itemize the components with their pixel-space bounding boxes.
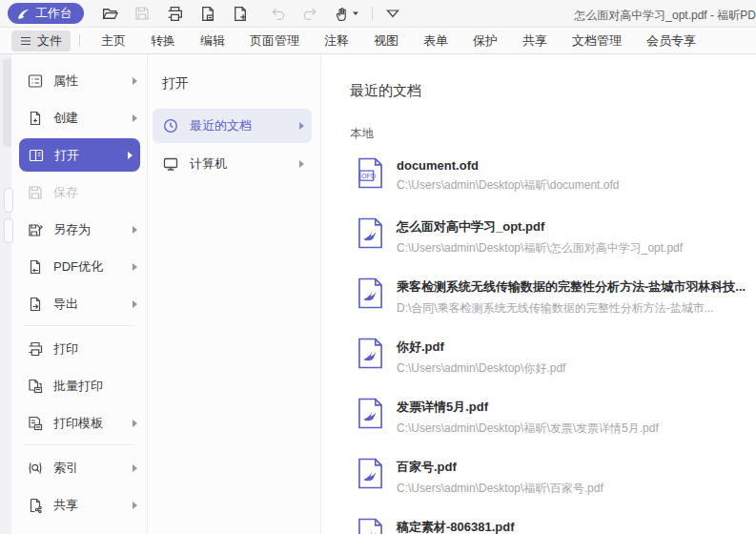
menu-item-label: 导出 bbox=[53, 296, 133, 313]
save-as-icon bbox=[27, 221, 44, 238]
submenu-arrow-icon bbox=[133, 464, 137, 472]
open-submenu-panel: 打开 最近的文档 计算机 bbox=[148, 54, 321, 534]
tab-file[interactable]: 文件 bbox=[11, 31, 71, 51]
save-icon[interactable] bbox=[130, 2, 154, 25]
submenu-arrow-icon bbox=[299, 160, 304, 168]
open-item-recent-documents[interactable]: 最近的文档 bbox=[153, 109, 312, 143]
menu-item-create[interactable]: 创建 bbox=[11, 99, 147, 136]
ofd-file-icon: OFD bbox=[358, 157, 383, 189]
menu-item-label: 打印 bbox=[53, 340, 137, 358]
create-icon bbox=[27, 110, 44, 127]
properties-icon bbox=[27, 72, 44, 90]
menu-item-batch-print[interactable]: 批量打印 bbox=[11, 367, 147, 404]
menu-item-index[interactable]: 索引 bbox=[11, 449, 147, 486]
submenu-arrow-icon bbox=[133, 77, 137, 85]
tab-comment[interactable]: 注释 bbox=[312, 32, 361, 50]
tab-convert[interactable]: 转换 bbox=[138, 32, 188, 50]
clock-icon bbox=[162, 117, 179, 134]
open-item-computer[interactable]: 计算机 bbox=[153, 147, 312, 181]
file-path: C:\Users\admin\Desktop\你好.pdf bbox=[397, 360, 565, 377]
recent-file-row[interactable]: 百家号.pdf C:\Users\admin\Desktop\福昕\百家号.pd… bbox=[350, 457, 756, 517]
menu-item-label: 创建 bbox=[53, 110, 133, 127]
title-bar: 工作台 怎么面对高中学习_opt.pdf - 福 bbox=[0, 0, 756, 28]
file-path: D:\合同\乘客检测系统无线传输数据的完整性分析方法-盐城市... bbox=[397, 300, 746, 317]
submenu-arrow-icon bbox=[133, 114, 137, 122]
submenu-arrow-icon bbox=[128, 152, 133, 159]
tab-file-label: 文件 bbox=[37, 32, 62, 50]
recent-file-row[interactable]: 你好.pdf C:\Users\admin\Desktop\你好.pdf bbox=[350, 337, 756, 397]
pdf-file-icon bbox=[358, 277, 383, 309]
menu-item-label: 保存 bbox=[53, 184, 137, 201]
tab-view[interactable]: 视图 bbox=[361, 32, 411, 50]
menu-item-label: 共享 bbox=[53, 497, 133, 514]
recent-documents-title: 最近的文档 bbox=[350, 82, 756, 100]
tab-form[interactable]: 表单 bbox=[411, 32, 460, 50]
menu-item-label: 打开 bbox=[54, 147, 128, 164]
menu-item-open[interactable]: 打开 bbox=[19, 138, 140, 172]
file-name: document.ofd bbox=[397, 156, 619, 173]
background-edge-strip bbox=[0, 54, 11, 534]
open-panel-title: 打开 bbox=[162, 75, 320, 92]
file-path: C:\Users\admin\Desktop\福昕\document.ofd bbox=[397, 177, 619, 194]
page-minus-icon[interactable] bbox=[194, 2, 219, 25]
submenu-arrow-icon bbox=[133, 263, 137, 271]
save-icon bbox=[27, 184, 44, 201]
file-name: 稿定素材-806381.pdf bbox=[397, 517, 515, 534]
menu-item-label: PDF优化 bbox=[53, 258, 133, 276]
pdf-file-icon bbox=[358, 338, 383, 369]
open-icon bbox=[28, 147, 45, 164]
ribbon-tab-bar: 文件 主页 转换 编辑 页面管理 注释 视图 表单 保护 共享 文档管理 会员专… bbox=[0, 28, 756, 54]
menu-item-label: 属性 bbox=[53, 72, 133, 90]
redo-icon[interactable] bbox=[297, 2, 322, 25]
menu-item-export[interactable]: 导出 bbox=[11, 285, 147, 322]
menu-item-print-template[interactable]: 打印模板 bbox=[11, 404, 147, 442]
tab-member[interactable]: 会员专享 bbox=[634, 32, 708, 50]
hamburger-icon bbox=[20, 36, 31, 46]
hand-tool-icon[interactable] bbox=[330, 2, 362, 25]
window-title: 怎么面对高中学习_opt.pdf - 福昕PD bbox=[574, 8, 756, 24]
menu-item-properties[interactable]: 属性 bbox=[11, 62, 147, 99]
tab-share[interactable]: 共享 bbox=[510, 32, 560, 50]
tab-home[interactable]: 主页 bbox=[89, 32, 138, 50]
recent-file-row[interactable]: 稿定素材-806381.pdf bbox=[350, 517, 756, 534]
tab-page-management[interactable]: 页面管理 bbox=[237, 32, 312, 50]
recent-file-row[interactable]: 乘客检测系统无线传输数据的完整性分析方法-盐城市羽林科技... D:\合同\乘客… bbox=[350, 277, 756, 337]
local-section-label: 本地 bbox=[350, 126, 756, 142]
menu-item-save: 保存 bbox=[11, 174, 147, 211]
tab-protect[interactable]: 保护 bbox=[460, 32, 510, 50]
menu-item-label: 批量打印 bbox=[53, 378, 137, 395]
pdf-file-icon bbox=[358, 217, 383, 249]
recent-file-list: OFD document.ofd C:\Users\admin\Desktop\… bbox=[350, 156, 756, 534]
tab-doc-management[interactable]: 文档管理 bbox=[560, 32, 634, 50]
submenu-arrow-icon bbox=[133, 300, 137, 308]
recent-file-row[interactable]: OFD document.ofd C:\Users\admin\Desktop\… bbox=[350, 156, 756, 216]
file-name: 发票详情5月.pdf bbox=[397, 397, 659, 416]
quill-pen-icon bbox=[16, 7, 31, 21]
menu-item-pdf-optimize[interactable]: PDF优化 bbox=[11, 248, 147, 285]
file-path: C:\Users\admin\Desktop\福昕\百家号.pdf bbox=[397, 481, 603, 497]
menu-item-print[interactable]: 打印 bbox=[11, 330, 147, 367]
menu-divider bbox=[23, 325, 135, 326]
menu-item-save-as[interactable]: 另存为 bbox=[11, 211, 147, 248]
print-icon[interactable] bbox=[162, 2, 187, 25]
computer-icon bbox=[162, 155, 179, 173]
menubar-divider bbox=[79, 34, 80, 47]
ofd-badge-text: OFD bbox=[361, 173, 376, 180]
quick-toolbar bbox=[97, 2, 413, 25]
menu-divider bbox=[23, 444, 135, 445]
recent-file-row[interactable]: 发票详情5月.pdf C:\Users\admin\Desktop\福昕\发票\… bbox=[350, 397, 756, 457]
submenu-arrow-icon bbox=[133, 226, 137, 234]
print-template-icon bbox=[27, 415, 44, 432]
tab-edit[interactable]: 编辑 bbox=[188, 32, 237, 50]
hide-toolbar-icon[interactable] bbox=[380, 2, 405, 25]
pdf-file-icon bbox=[358, 398, 383, 429]
menu-item-share[interactable]: 共享 bbox=[11, 486, 147, 524]
workspace-button[interactable]: 工作台 bbox=[8, 3, 84, 24]
page-plus-icon[interactable] bbox=[227, 2, 252, 25]
undo-icon[interactable] bbox=[265, 2, 290, 25]
recent-file-row[interactable]: 怎么面对高中学习_opt.pdf C:\Users\admin\Desktop\… bbox=[350, 216, 756, 277]
open-item-label: 最近的文档 bbox=[190, 117, 299, 134]
menu-item-label: 另存为 bbox=[53, 221, 133, 238]
open-folder-icon[interactable] bbox=[97, 2, 122, 25]
recent-documents-panel: 最近的文档 本地 OFD document.ofd C:\Users\admin… bbox=[321, 54, 756, 534]
